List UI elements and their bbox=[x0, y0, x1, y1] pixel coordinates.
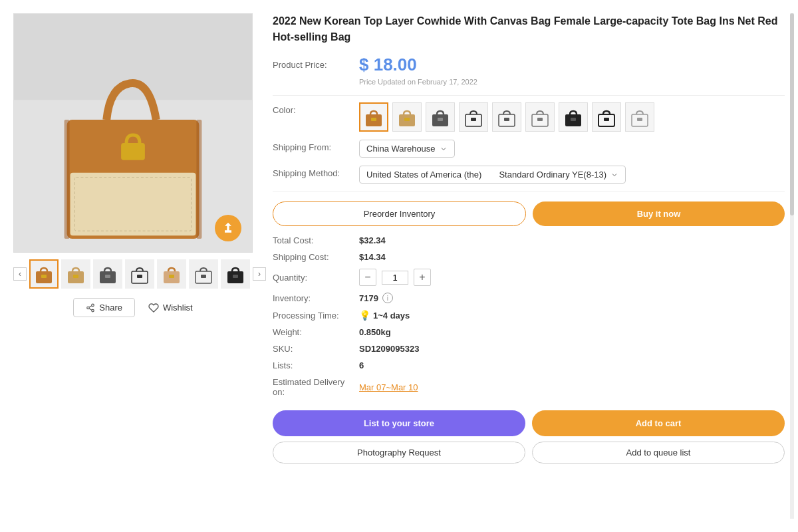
price-value: $ 18.00 bbox=[359, 55, 417, 75]
thumbnail-5[interactable] bbox=[189, 259, 218, 289]
inventory-label: Inventory: bbox=[273, 293, 359, 303]
price-label: Product Price: bbox=[273, 60, 359, 70]
sku-value: SD1209095323 bbox=[359, 344, 419, 354]
primary-button-row: Preorder Inventory Buy it now bbox=[273, 201, 785, 226]
color-swatch-2[interactable] bbox=[426, 102, 455, 132]
shipping-from-label: Shipping From: bbox=[273, 140, 359, 152]
color-bag-icon-7 bbox=[596, 106, 617, 128]
total-cost-row: Total Cost: $32.34 bbox=[273, 235, 785, 245]
color-bag-icon-1 bbox=[396, 106, 418, 128]
color-swatch-0[interactable] bbox=[359, 102, 388, 132]
color-bag-icon-8 bbox=[629, 106, 650, 128]
shipping-cost-row: Shipping Cost: $14.34 bbox=[273, 252, 785, 262]
processing-row: Processing Time: 💡 1~4 days bbox=[273, 310, 785, 321]
add-to-cart-button[interactable]: Add to cart bbox=[532, 410, 785, 436]
color-label: Color: bbox=[273, 102, 359, 115]
price-row: Product Price: $ 18.00 bbox=[273, 55, 785, 75]
shipping-method-type: Standard Ordinary YE(8-13) bbox=[499, 170, 606, 180]
weight-label: Weight: bbox=[273, 327, 359, 337]
svg-rect-36 bbox=[504, 118, 509, 121]
next-thumbnail-btn[interactable]: › bbox=[253, 267, 266, 281]
color-swatch-7[interactable] bbox=[592, 102, 621, 132]
svg-rect-21 bbox=[233, 275, 238, 278]
sku-row: SKU: SD1209095323 bbox=[273, 344, 785, 354]
svg-rect-40 bbox=[571, 118, 576, 121]
delivery-row: Estimated Delivery on: Mar 07~Mar 10 bbox=[273, 377, 785, 397]
add-to-queue-button[interactable]: Add to queue list bbox=[532, 442, 785, 464]
svg-rect-3 bbox=[70, 173, 196, 235]
thumbnail-6[interactable] bbox=[221, 259, 250, 289]
quantity-control: − + bbox=[359, 269, 431, 286]
bottom-buttons: List to your store Add to cart bbox=[273, 410, 785, 436]
buy-now-button[interactable]: Buy it now bbox=[533, 201, 785, 226]
list-to-store-button[interactable]: List to your store bbox=[273, 410, 525, 436]
prev-thumbnail-btn[interactable]: ‹ bbox=[13, 267, 27, 281]
shipping-method-country: United States of America (the) bbox=[366, 170, 481, 180]
processing-value: 1~4 days bbox=[373, 311, 410, 321]
svg-point-22 bbox=[92, 304, 94, 307]
color-bag-icon-4 bbox=[496, 106, 517, 128]
scrollbar[interactable] bbox=[790, 13, 794, 519]
weight-value: 0.850kg bbox=[359, 327, 391, 337]
svg-rect-7 bbox=[196, 120, 201, 239]
shipping-chevron-icon bbox=[610, 171, 618, 179]
quantity-decrease-btn[interactable]: − bbox=[359, 269, 376, 286]
svg-rect-34 bbox=[471, 118, 476, 121]
color-row: Color: bbox=[273, 102, 785, 132]
left-column: zoom ER BAG bbox=[13, 13, 253, 519]
delivery-label: Estimated Delivery on: bbox=[273, 377, 359, 397]
upload-icon[interactable] bbox=[215, 215, 241, 241]
quantity-increase-btn[interactable]: + bbox=[414, 269, 431, 286]
thumbnail-0[interactable] bbox=[29, 259, 59, 289]
color-swatches bbox=[359, 102, 654, 132]
divider-1 bbox=[273, 95, 785, 96]
thumbnail-2[interactable] bbox=[93, 259, 122, 289]
shipping-from-dropdown[interactable]: China Warehouse bbox=[359, 140, 455, 158]
shipping-method-dropdown[interactable]: United States of America (the) Standard … bbox=[359, 166, 626, 184]
inventory-info-icon[interactable]: i bbox=[382, 293, 393, 303]
lists-label: Lists: bbox=[273, 360, 359, 370]
svg-rect-15 bbox=[137, 275, 142, 278]
shipping-cost-value: $14.34 bbox=[359, 252, 386, 262]
product-title: 2022 New Korean Top Layer Cowhide With C… bbox=[273, 13, 785, 45]
thumb-bag-icon-2 bbox=[97, 263, 118, 285]
wishlist-button[interactable]: Wishlist bbox=[148, 303, 193, 313]
color-swatch-1[interactable] bbox=[392, 102, 422, 132]
thumbnail-3[interactable] bbox=[125, 259, 154, 289]
action-row: Share Wishlist bbox=[13, 298, 253, 317]
color-bag-icon-6 bbox=[563, 106, 584, 128]
thumbnail-4[interactable] bbox=[157, 259, 186, 289]
color-swatch-8[interactable] bbox=[625, 102, 654, 132]
share-button[interactable]: Share bbox=[73, 298, 135, 317]
quantity-input[interactable] bbox=[382, 271, 408, 285]
shipping-method-row: Shipping Method: United States of Americ… bbox=[273, 166, 785, 184]
lists-value: 6 bbox=[359, 360, 364, 370]
share-label: Share bbox=[99, 303, 122, 313]
thumb-bag-icon-0 bbox=[33, 263, 55, 285]
shipping-from-row: Shipping From: China Warehouse bbox=[273, 140, 785, 158]
bottom-buttons-secondary: Photography Request Add to queue list bbox=[273, 442, 785, 464]
svg-point-23 bbox=[87, 307, 90, 309]
svg-rect-17 bbox=[169, 275, 174, 278]
delivery-value[interactable]: Mar 07~Mar 10 bbox=[359, 382, 418, 392]
color-swatch-5[interactable] bbox=[525, 102, 555, 132]
thumb-bag-icon-5 bbox=[193, 263, 214, 285]
chevron-down-icon bbox=[440, 145, 448, 153]
main-image-container: zoom ER BAG bbox=[13, 13, 253, 253]
weight-row: Weight: 0.850kg bbox=[273, 327, 785, 337]
scrollbar-thumb bbox=[790, 13, 794, 215]
sku-label: SKU: bbox=[273, 344, 359, 354]
thumbnail-1[interactable] bbox=[61, 259, 90, 289]
preorder-button[interactable]: Preorder Inventory bbox=[273, 201, 526, 226]
svg-rect-32 bbox=[438, 118, 443, 121]
color-swatch-4[interactable] bbox=[492, 102, 521, 132]
color-swatch-3[interactable] bbox=[459, 102, 488, 132]
color-swatch-6[interactable] bbox=[559, 102, 588, 132]
svg-rect-28 bbox=[371, 118, 376, 121]
quantity-label: Quantity: bbox=[273, 273, 359, 283]
color-bag-icon-3 bbox=[463, 106, 484, 128]
lightbulb-icon: 💡 bbox=[359, 310, 370, 321]
right-column: 2022 New Korean Top Layer Cowhide With C… bbox=[266, 13, 785, 519]
photography-request-button[interactable]: Photography Request bbox=[273, 442, 525, 464]
lists-row: Lists: 6 bbox=[273, 360, 785, 370]
